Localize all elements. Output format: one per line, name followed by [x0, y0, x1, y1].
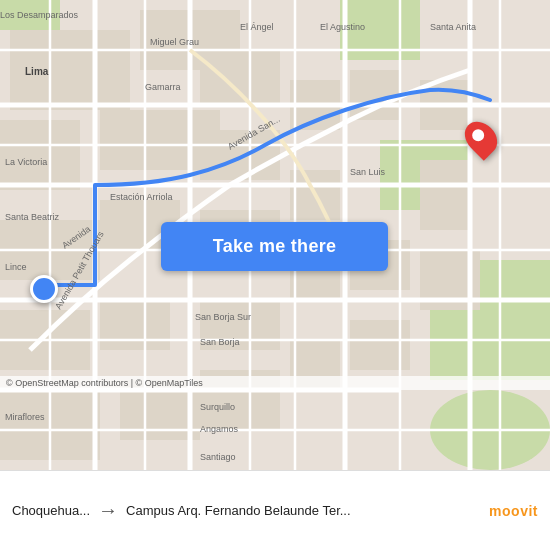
svg-text:Santiago: Santiago	[200, 452, 236, 462]
svg-text:San Borja: San Borja	[200, 337, 240, 347]
svg-text:El Ángel: El Ángel	[240, 22, 274, 32]
arrow-icon: →	[98, 499, 118, 522]
map-container: Lima La Victoria Santa Beatriz Lince Mir…	[0, 0, 550, 470]
bottom-bar: Choquehua... → Campus Arq. Fernando Bela…	[0, 470, 550, 550]
take-me-there-button[interactable]: Take me there	[161, 222, 388, 271]
svg-text:Angamos: Angamos	[200, 424, 239, 434]
svg-text:Surquillo: Surquillo	[200, 402, 235, 412]
svg-text:Gamarra: Gamarra	[145, 82, 181, 92]
svg-rect-8	[0, 120, 80, 190]
svg-rect-16	[200, 50, 280, 105]
svg-text:Miraflores: Miraflores	[5, 412, 45, 422]
svg-text:Estación Arriola: Estación Arriola	[110, 192, 173, 202]
svg-text:Santa Beatriz: Santa Beatriz	[5, 212, 60, 222]
svg-text:Miguel Grau: Miguel Grau	[150, 37, 199, 47]
moovit-text: moovit	[489, 503, 538, 519]
svg-text:San Borja Sur: San Borja Sur	[195, 312, 251, 322]
copyright-text: © OpenStreetMap contributors | © OpenMap…	[6, 378, 203, 388]
svg-text:Santa Anita: Santa Anita	[430, 22, 476, 32]
destination-marker	[467, 120, 495, 156]
moovit-logo: moovit	[489, 503, 538, 519]
svg-rect-13	[100, 300, 170, 350]
svg-text:Los Desamparados: Los Desamparados	[0, 10, 79, 20]
svg-text:Lima: Lima	[25, 66, 49, 77]
svg-text:La Victoria: La Victoria	[5, 157, 47, 167]
svg-rect-29	[420, 160, 470, 230]
origin-label: Choquehua...	[12, 503, 90, 518]
svg-text:El Agustino: El Agustino	[320, 22, 365, 32]
svg-text:Lince: Lince	[5, 262, 27, 272]
destination-label: Campus Arq. Fernando Belaunde Ter...	[126, 503, 489, 518]
copyright-bar: © OpenStreetMap contributors | © OpenMap…	[0, 376, 550, 390]
svg-text:San Luis: San Luis	[350, 167, 386, 177]
origin-marker	[30, 275, 58, 303]
